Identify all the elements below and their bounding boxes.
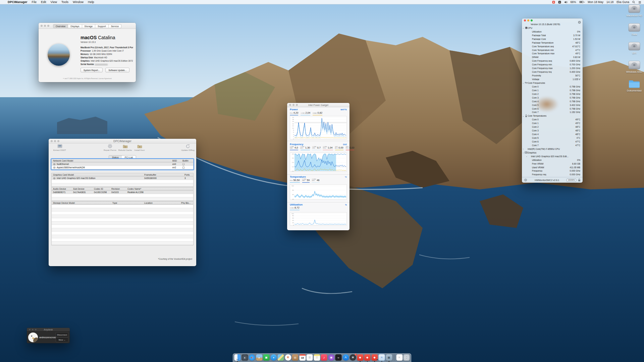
spotlight-search-icon[interactable] <box>632 1 635 4</box>
table-row[interactable] <box>52 232 193 235</box>
table-row[interactable] <box>52 205 193 208</box>
dock-anydesk-1[interactable]: ◆ <box>357 354 363 361</box>
dock-maps[interactable] <box>278 354 284 361</box>
menu-app-name[interactable]: DPCIManager <box>8 0 28 4</box>
dock-notes[interactable]: ☰ <box>314 354 320 361</box>
hwm-titlebar[interactable] <box>522 18 583 22</box>
graphics-card-table[interactable]: Graphics Card ModelFramebufferPortsIntel… <box>51 173 194 187</box>
dock-podcasts[interactable]: ◉ <box>328 354 334 361</box>
menu-edit[interactable]: Edit <box>41 0 46 4</box>
dock-anydesk-3[interactable]: ◆➤ <box>371 354 378 361</box>
desktop-icon-macintosh-hd[interactable]: Macintosh HD <box>626 3 643 17</box>
dpci-titlebar[interactable]: DPCIManager <box>49 139 196 143</box>
menu-help[interactable]: Help <box>88 0 94 4</box>
dock-textedit-document[interactable]: ≡ <box>396 354 402 361</box>
desktop-icon-windows-ssd[interactable]: Windows-SSD <box>626 60 643 73</box>
table-row[interactable] <box>52 180 193 183</box>
chevron-down-icon[interactable]: ⌄ <box>522 82 525 84</box>
tab-storage[interactable]: Storage <box>82 24 96 28</box>
dock-dpcimanager[interactable]: ▦ <box>386 354 392 361</box>
dock-launchpad[interactable]: ▲ <box>241 354 248 361</box>
dock-messages[interactable]: ● <box>270 354 277 361</box>
battery-percent[interactable]: 66% <box>571 0 576 4</box>
input-source-icon[interactable]: ✳ <box>558 1 561 4</box>
notification-center-icon[interactable] <box>638 1 641 4</box>
dock-intel-power-gadget[interactable]: ≈ <box>379 354 385 361</box>
chevron-down-icon[interactable]: ⌄ <box>522 115 525 117</box>
dock-system-preferences[interactable]: ✱1 <box>350 354 356 361</box>
dock-calendar[interactable]: 18 <box>299 354 306 361</box>
battery-icon[interactable] <box>579 1 585 3</box>
dock-anydesk-2[interactable]: ◆ <box>364 354 371 361</box>
more-button[interactable]: More⌄ <box>56 337 68 342</box>
menu-file[interactable]: File <box>32 0 37 4</box>
table-row[interactable]: 0x80869D710x17AA38310x10EC02980x0103Real… <box>52 191 193 194</box>
sensor-group-cpu[interactable]: ⌄CPU <box>522 26 583 30</box>
table-row[interactable]: Network Card ModelBSDBuiltin <box>52 159 193 163</box>
dock-finder[interactable]: ‿ <box>234 354 241 361</box>
menu-time[interactable]: 14.18 <box>606 0 613 4</box>
tab-support[interactable]: Support <box>95 24 109 28</box>
sensor-group-core-frequencies[interactable]: ⌄Core Frequencies <box>522 81 583 85</box>
chevron-right-icon[interactable]: › <box>522 148 525 150</box>
preferences-gear-icon[interactable] <box>524 177 527 183</box>
table-row[interactable] <box>52 225 193 228</box>
table-row[interactable] <box>52 194 193 197</box>
toolbar-extract-dsdt[interactable]: Extract DSDT <box>52 143 67 151</box>
table-row[interactable] <box>52 218 193 222</box>
sensor-group-core-temperatures[interactable]: ⌄Core Temperatures <box>522 114 583 118</box>
table-row[interactable]: AppleUSBEthernetHostAQMen2 <box>52 166 193 169</box>
sensor-group-intel-r-core-tm-i7-8550u-cpu[interactable]: ›Intel(R) Core(TM) i7-8550U CPU <box>522 147 583 151</box>
ipg-titlebar[interactable]: Intel Power Gadget <box>287 103 350 107</box>
table-row[interactable] <box>52 212 193 215</box>
menu-view[interactable]: View <box>51 0 57 4</box>
table-row[interactable] <box>52 235 193 238</box>
table-row[interactable]: NullEtherneten0✓ <box>52 163 193 166</box>
dock-music[interactable]: ♪ <box>321 354 327 361</box>
toolbar-repair-perms[interactable]: Repair Perms <box>102 143 118 151</box>
window-controls[interactable] <box>522 19 533 21</box>
menu-window[interactable]: Window <box>73 0 84 4</box>
system-report-button[interactable]: System Report... <box>80 68 103 72</box>
table-row[interactable] <box>52 183 193 187</box>
dock-safari[interactable]: ➤ <box>249 354 255 361</box>
dock-photos-picture[interactable]: ▲ <box>256 354 262 361</box>
storage-device-table[interactable]: Storage Device ModelTypeLocationPhy Blo.… <box>51 201 194 245</box>
menu-date[interactable]: Mon 18 May <box>588 0 603 4</box>
dock-photo-booth[interactable]: ▣ <box>263 354 270 361</box>
desktop-icon-dokumentasi[interactable]: Dokumentasi <box>626 78 643 92</box>
toolbar-rebuild-cache[interactable]: Rebuild Cache <box>117 143 133 151</box>
anydesk-menu-icon[interactable] <box>552 1 555 4</box>
tab-overview[interactable]: Overview <box>53 24 68 28</box>
toolbar-install-kext[interactable]: Install Kext <box>132 143 147 151</box>
network-card-table[interactable]: Network Card ModelBSDBuiltinNullEthernet… <box>51 159 194 170</box>
lock-icon[interactable] <box>578 177 581 183</box>
volume-icon[interactable] <box>564 1 568 4</box>
table-row[interactable]: Audio DeviceSub DeviceCodec IDRevisionCo… <box>52 187 193 191</box>
anydesk-titlebar[interactable]: Anydesk <box>27 328 70 331</box>
dock-trash[interactable]: ▯ <box>404 354 410 361</box>
menu-tools[interactable]: Tools <box>61 0 68 4</box>
sensor-group-intel-uhd-graphics-620-macos-edit-[interactable]: ⌄Intel UHD Graphics 620 macOS Edit... <box>522 155 583 158</box>
software-update-button[interactable]: Software Update... <box>105 68 129 72</box>
desktop-icon-data[interactable]: Data <box>626 22 643 36</box>
dock-photos[interactable]: ❋ <box>285 354 291 361</box>
dock-tv[interactable]: tv <box>335 354 342 361</box>
dock-contacts[interactable]: ▤ <box>292 354 299 361</box>
window-controls[interactable] <box>39 25 49 27</box>
frequency-badge[interactable]: 2000MHz <box>567 179 576 182</box>
chevron-down-icon[interactable]: ⌄ <box>522 152 525 154</box>
table-row[interactable] <box>52 228 193 232</box>
table-row[interactable] <box>52 238 193 242</box>
table-row[interactable] <box>52 222 193 225</box>
table-row[interactable] <box>52 208 193 212</box>
chevron-down-icon[interactable]: ⌄ <box>522 27 525 29</box>
audio-device-table[interactable]: Audio DeviceSub DeviceCodec IDRevisionCo… <box>51 187 194 201</box>
dock-reminders[interactable]: ☰ <box>307 354 313 361</box>
dock-app-store[interactable]: A <box>342 354 349 361</box>
sensor-group-graphics[interactable]: ⌄Graphics <box>522 151 583 155</box>
table-row[interactable] <box>52 197 193 201</box>
table-row[interactable]: Graphics Card ModelFramebufferPorts <box>52 173 193 177</box>
user-menu[interactable]: Eka Guna <box>616 0 629 4</box>
disconnect-button[interactable]: Disconnect <box>56 332 68 337</box>
